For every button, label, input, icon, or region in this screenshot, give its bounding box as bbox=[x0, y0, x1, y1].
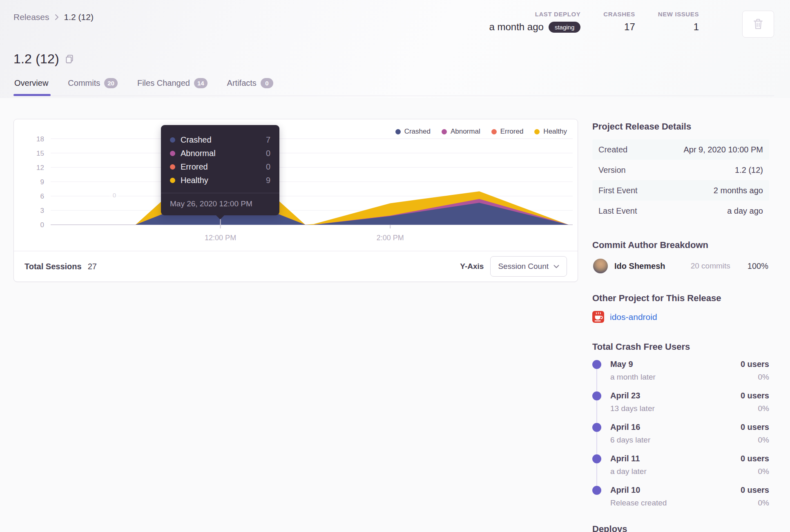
breadcrumb: Releases 1.2 (12) bbox=[13, 11, 94, 22]
legend-item-healthy[interactable]: Healthy bbox=[534, 127, 567, 136]
new-issues-label: NEW ISSUES bbox=[658, 11, 699, 18]
sessions-chart-svg: 036912151812:00 PM2:00 PM bbox=[14, 119, 578, 251]
legend-item-errored[interactable]: Errored bbox=[491, 127, 524, 136]
svg-text:2:00 PM: 2:00 PM bbox=[377, 234, 404, 242]
new-issues-value: 1 bbox=[694, 21, 699, 33]
svg-text:9: 9 bbox=[40, 178, 44, 186]
crash-free-heading: Total Crash Free Users bbox=[592, 342, 769, 352]
trash-icon bbox=[752, 18, 764, 31]
timeline-entry: April 23 13 days later 0 users 0% bbox=[592, 391, 769, 413]
stat-crashes: CRASHES 17 bbox=[603, 11, 635, 33]
deploys-heading: Deploys bbox=[592, 524, 769, 532]
crashes-value: 17 bbox=[624, 21, 635, 33]
timeline-entry: April 10 Release created 0 users 0% bbox=[592, 485, 769, 507]
tooltip-row-crashed: Crashed 7 bbox=[170, 133, 270, 147]
zero-value-marker: 0 bbox=[109, 190, 120, 200]
tab-artifacts-label: Artifacts bbox=[227, 78, 257, 88]
page-header: Releases 1.2 (12) LAST DEPLOY a month ag… bbox=[13, 11, 774, 38]
errored-dot-icon bbox=[491, 129, 497, 134]
breadcrumb-current: 1.2 (12) bbox=[64, 12, 94, 22]
healthy-dot-icon bbox=[534, 129, 540, 134]
detail-row-first-event: First Event 2 months ago bbox=[592, 180, 769, 201]
legend-errored-label: Errored bbox=[500, 127, 524, 136]
svg-text:6: 6 bbox=[40, 192, 44, 200]
yaxis-select[interactable]: Session Count bbox=[490, 256, 567, 277]
other-project-link[interactable]: idos-android bbox=[610, 312, 657, 322]
timeline-dot-icon bbox=[592, 391, 601, 400]
yaxis-select-value: Session Count bbox=[498, 262, 549, 271]
release-stats: LAST DEPLOY a month ago staging CRASHES … bbox=[489, 11, 774, 38]
yaxis-label: Y-Axis bbox=[460, 262, 484, 271]
detail-row-last-event: Last Event a day ago bbox=[592, 201, 769, 221]
tab-files-changed[interactable]: Files Changed 14 bbox=[136, 78, 208, 96]
tab-artifacts[interactable]: Artifacts 0 bbox=[226, 78, 274, 96]
svg-text:12: 12 bbox=[36, 164, 44, 172]
tab-artifacts-badge: 0 bbox=[261, 78, 273, 88]
chevron-down-icon bbox=[553, 265, 559, 268]
tooltip-row-healthy: Healthy 9 bbox=[170, 174, 270, 187]
other-projects-section: Other Project for This Release idos-andr… bbox=[592, 293, 769, 323]
sessions-chart[interactable]: 036912151812:00 PM2:00 PM Crashed Abnorm… bbox=[14, 119, 578, 251]
chart-footer: Total Sessions 27 Y-Axis Session Count bbox=[14, 251, 578, 282]
legend-crashed-label: Crashed bbox=[404, 127, 431, 136]
timeline-dot-icon bbox=[592, 454, 601, 463]
tab-commits-badge: 20 bbox=[104, 78, 118, 88]
tab-commits-label: Commits bbox=[68, 78, 100, 88]
legend-healthy-label: Healthy bbox=[543, 127, 567, 136]
page-title: 1.2 (12) bbox=[13, 51, 59, 67]
java-project-icon bbox=[592, 311, 604, 323]
tab-overview[interactable]: Overview bbox=[13, 78, 49, 96]
tab-commits[interactable]: Commits 20 bbox=[67, 78, 118, 96]
tab-overview-label: Overview bbox=[14, 78, 48, 88]
environment-badge: staging bbox=[549, 22, 580, 33]
chevron-right-icon bbox=[54, 13, 59, 21]
legend-item-crashed[interactable]: Crashed bbox=[395, 127, 431, 136]
copy-icon[interactable] bbox=[65, 54, 74, 64]
other-projects-heading: Other Project for This Release bbox=[592, 293, 769, 304]
tooltip-row-abnormal: Abnormal 0 bbox=[170, 147, 270, 160]
legend-item-abnormal[interactable]: Abnormal bbox=[442, 127, 480, 136]
tooltip-row-errored: Errored 0 bbox=[170, 160, 270, 174]
last-deploy-label: LAST DEPLOY bbox=[489, 11, 580, 18]
crash-free-section: Total Crash Free Users May 9 a month lat… bbox=[592, 342, 769, 532]
crash-free-timeline: May 9 a month later 0 users 0% April 23 … bbox=[592, 360, 769, 507]
svg-text:15: 15 bbox=[36, 150, 44, 157]
author-percent: 100% bbox=[748, 262, 768, 271]
timeline-entry: April 11 a day later 0 users 0% bbox=[592, 454, 769, 476]
total-sessions-label: Total Sessions bbox=[25, 262, 82, 271]
last-deploy-value: a month ago bbox=[489, 21, 543, 33]
stat-last-deploy: LAST DEPLOY a month ago staging bbox=[489, 11, 580, 33]
commit-author-section: Commit Author Breakdown Ido Shemesh 20 c… bbox=[592, 240, 769, 274]
author-commit-count: 20 commits bbox=[691, 262, 730, 270]
errored-dot-icon bbox=[170, 164, 175, 170]
crashes-label: CRASHES bbox=[603, 11, 635, 18]
sessions-chart-card: 036912151812:00 PM2:00 PM Crashed Abnorm… bbox=[13, 119, 578, 282]
sidebar: Project Release Details Created Apr 9, 2… bbox=[592, 119, 769, 532]
timeline-dot-icon bbox=[592, 423, 601, 432]
svg-text:12:00 PM: 12:00 PM bbox=[205, 234, 236, 242]
healthy-dot-icon bbox=[170, 178, 175, 183]
timeline-dot-icon bbox=[592, 486, 601, 495]
stat-new-issues: NEW ISSUES 1 bbox=[658, 11, 699, 33]
release-tabs: Overview Commits 20 Files Changed 14 Art… bbox=[13, 78, 774, 96]
chart-legend: Crashed Abnormal Errored Healthy bbox=[395, 127, 567, 136]
total-sessions-value: 27 bbox=[88, 262, 97, 271]
timeline-entry: May 9 a month later 0 users 0% bbox=[592, 360, 769, 382]
tooltip-timestamp: May 26, 2020 12:00 PM bbox=[161, 193, 279, 215]
svg-text:0: 0 bbox=[40, 221, 44, 229]
delete-release-button[interactable] bbox=[742, 11, 774, 38]
legend-abnormal-label: Abnormal bbox=[451, 127, 480, 136]
abnormal-dot-icon bbox=[442, 129, 447, 134]
commit-author-heading: Commit Author Breakdown bbox=[592, 240, 769, 250]
crashed-dot-icon bbox=[170, 137, 175, 143]
svg-text:18: 18 bbox=[36, 135, 44, 143]
commit-author-row: Ido Shemesh 20 commits 100% bbox=[592, 258, 769, 274]
breadcrumb-releases-link[interactable]: Releases bbox=[13, 12, 49, 22]
crashed-dot-icon bbox=[395, 129, 401, 134]
abnormal-dot-icon bbox=[170, 151, 175, 156]
tooltip-caret bbox=[216, 215, 225, 219]
svg-text:3: 3 bbox=[40, 207, 44, 215]
main-column: 036912151812:00 PM2:00 PM Crashed Abnorm… bbox=[13, 119, 578, 282]
tab-files-changed-label: Files Changed bbox=[137, 78, 190, 88]
tab-files-changed-badge: 14 bbox=[194, 78, 208, 88]
